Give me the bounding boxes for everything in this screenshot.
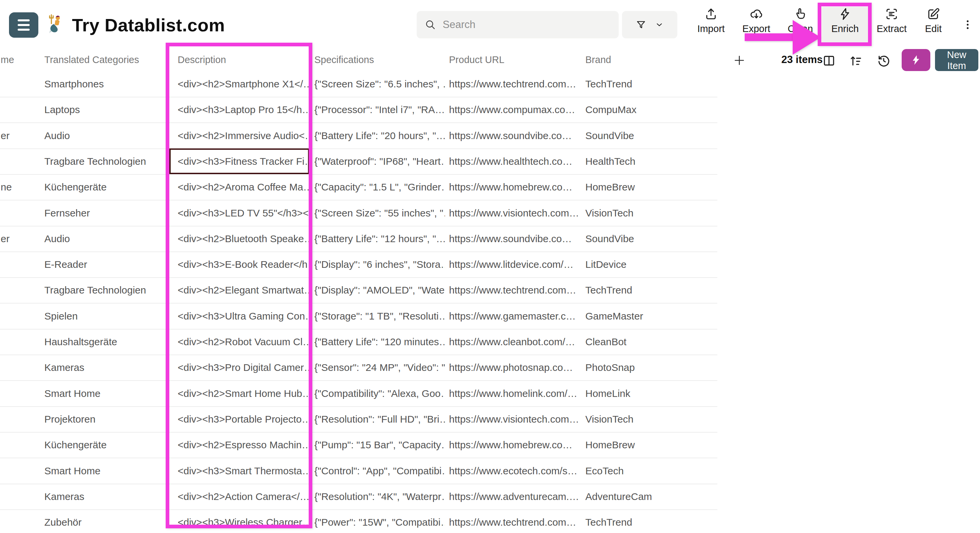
cell-description[interactable]: <div><h2>Smart Home Hub…	[178, 381, 310, 406]
cell-translated-categories[interactable]: Tragbare Technologien	[45, 148, 171, 174]
cell-specifications[interactable]: {"Resolution": "Full HD", "Bri…	[314, 406, 445, 432]
cell-description[interactable]: <div><h3>Ultra Gaming Con…	[178, 303, 310, 329]
cell-description[interactable]: <div><h3>Laptop Pro 15</h…	[178, 97, 310, 123]
cell-specifications[interactable]: {"Screen Size": "6.5 inches", …	[314, 71, 445, 97]
cell-description[interactable]: <div><h3>Pro Digital Camer…	[178, 354, 310, 380]
cell-product-url[interactable]: https://www.visiontech.com…	[449, 200, 581, 226]
cell-brand[interactable]: LitDevice	[585, 252, 705, 277]
table-row[interactable]: Fernseher <div><h3>LED TV 55"</h3><… {"S…	[0, 200, 718, 227]
cell-translated-categories[interactable]: Audio	[45, 226, 171, 252]
cell-translated-categories[interactable]: Küchengeräte	[45, 432, 171, 458]
cell-specifications[interactable]: {"Pump": "15 Bar", "Capacity…	[314, 432, 445, 458]
table-row[interactable]: Laptops <div><h3>Laptop Pro 15</h… {"Pro…	[0, 97, 718, 123]
cell-specifications[interactable]: {"Battery Life": "12 hours", "…	[314, 226, 445, 252]
cell-description[interactable]: <div><h2>Action Camera</…	[178, 484, 310, 509]
cell-description[interactable]: <div><h2>Robot Vacuum Cl…	[178, 329, 310, 354]
cell-specifications[interactable]: {"Battery Life": "20 hours", "…	[314, 123, 445, 148]
cell-translated-categories[interactable]: Haushaltsgeräte	[45, 329, 171, 354]
table-row[interactable]: Smartphones <div><h2>Smartphone X1</… {"…	[0, 71, 718, 97]
cell-specifications[interactable]: {"Storage": "1 TB", "Resoluti…	[314, 303, 445, 329]
cell-brand[interactable]: HomeBrew	[585, 432, 705, 458]
cell-specifications[interactable]: {"Sensor": "24 MP", "Video": "…	[314, 354, 445, 380]
cell-brand[interactable]: CleanBot	[585, 329, 705, 354]
table-row[interactable]: Kameras <div><h2>Action Camera</… {"Reso…	[0, 484, 718, 510]
cell-translated-categories[interactable]: Audio	[45, 123, 171, 148]
cell-specifications[interactable]: {"Battery Life": "120 minutes…	[314, 329, 445, 354]
table-row[interactable]: Spielen <div><h3>Ultra Gaming Con… {"Sto…	[0, 303, 718, 330]
cell-brand[interactable]: GameMaster	[585, 303, 705, 329]
cell-translated-categories[interactable]: Laptops	[45, 97, 171, 123]
cell-product-url[interactable]: https://www.adventurecam.…	[449, 484, 581, 509]
table-row[interactable]: Tragbare Technologien <div><h2>Elegant S…	[0, 277, 718, 303]
cell-product-url[interactable]: https://www.gamemaster.c…	[449, 303, 581, 329]
cell-product-url[interactable]: https://www.photosnap.co…	[449, 354, 581, 380]
cell-product-url[interactable]: https://www.compumax.co…	[449, 97, 581, 123]
cell-product-url[interactable]: https://www.soundvibe.co…	[449, 226, 581, 252]
cell-product-url[interactable]: https://www.homebrew.co…	[449, 174, 581, 200]
cell-brand[interactable]: EcoTech	[585, 458, 705, 484]
cell-specifications[interactable]: {"Power": "15W", "Compatibi…	[314, 509, 445, 533]
cell-specifications[interactable]: {"Resolution": "4K", "Waterpr…	[314, 484, 445, 509]
cell-brand[interactable]: SoundVibe	[585, 226, 705, 252]
cell-brand[interactable]: SoundVibe	[585, 123, 705, 148]
table-row[interactable]: Tragbare Technologien <div><h3>Fitness T…	[0, 148, 718, 175]
table-row[interactable]: E-Reader <div><h3>E-Book Reader</h… {"Di…	[0, 252, 718, 278]
table-row[interactable]: ne Küchengeräte <div><h2>Aroma Coffee Ma…	[0, 174, 718, 201]
cell-brand[interactable]: PhotoSnap	[585, 354, 705, 380]
cell-description[interactable]: <div><h3>Portable Projecto…	[178, 406, 310, 432]
cell-translated-categories[interactable]: Küchengeräte	[45, 174, 171, 200]
table-row[interactable]: Smart Home <div><h2>Smart Home Hub… {"Co…	[0, 381, 718, 407]
cell-translated-categories[interactable]: Smartphones	[45, 71, 171, 97]
cell-product-url[interactable]: https://www.techtrend.com…	[449, 509, 581, 533]
cell-specifications[interactable]: {"Capacity": "1.5 L", "Grinder…	[314, 174, 445, 200]
cell-brand[interactable]: AdventureCam	[585, 484, 705, 509]
cell-brand[interactable]: TechTrend	[585, 277, 705, 303]
cell-specifications[interactable]: {"Control": "App", "Compatibi…	[314, 458, 445, 484]
cell-description[interactable]: <div><h2>Bluetooth Speake…	[178, 226, 310, 252]
cell-specifications[interactable]: {"Display": "AMOLED", "Wate…	[314, 277, 445, 303]
table-row[interactable]: Smart Home <div><h3>Smart Thermosta… {"C…	[0, 458, 718, 484]
table-row[interactable]: Projektoren <div><h3>Portable Projecto… …	[0, 406, 718, 432]
table-row[interactable]: er Audio <div><h2>Bluetooth Speake… {"Ba…	[0, 226, 718, 252]
cell-specifications[interactable]: {"Waterproof": "IP68", "Heart…	[314, 148, 445, 174]
cell-brand[interactable]: TechTrend	[585, 509, 705, 533]
cell-brand[interactable]: HomeLink	[585, 381, 705, 406]
cell-description[interactable]: <div><h3>E-Book Reader</h…	[178, 252, 310, 277]
cell-product-url[interactable]: https://www.cleanbot.com/…	[449, 329, 581, 354]
cell-translated-categories[interactable]: Tragbare Technologien	[45, 277, 171, 303]
cell-product-url[interactable]: https://www.ecotech.com/s…	[449, 458, 581, 484]
cell-brand[interactable]: TechTrend	[585, 71, 705, 97]
cell-description[interactable]: <div><h3>LED TV 55"</h3><…	[178, 200, 310, 226]
cell-product-url[interactable]: https://www.visiontech.com…	[449, 406, 581, 432]
cell-description[interactable]: <div><h2>Smartphone X1</…	[178, 71, 310, 97]
cell-translated-categories[interactable]: E-Reader	[45, 252, 171, 277]
cell-product-url[interactable]: https://www.homebrew.co…	[449, 432, 581, 458]
cell-brand[interactable]: HealthTech	[585, 148, 705, 174]
table-row[interactable]: Haushaltsgeräte <div><h2>Robot Vacuum Cl…	[0, 329, 718, 355]
cell-product-url[interactable]: https://www.litdevice.com/…	[449, 252, 581, 277]
cell-product-url[interactable]: https://www.techtrend.com…	[449, 277, 581, 303]
cell-brand[interactable]: HomeBrew	[585, 174, 705, 200]
cell-description[interactable]: <div><h2>Aroma Coffee Ma…	[178, 174, 310, 200]
cell-specifications[interactable]: {"Processor": "Intel i7", "RA…	[314, 97, 445, 123]
cell-specifications[interactable]: {"Compatibility": "Alexa, Goo…	[314, 381, 445, 406]
cell-translated-categories[interactable]: Smart Home	[45, 458, 171, 484]
cell-brand[interactable]: VisionTech	[585, 406, 705, 432]
cell-translated-categories[interactable]: Zubehör	[45, 509, 171, 533]
cell-translated-categories[interactable]: Spielen	[45, 303, 171, 329]
table-row[interactable]: er Audio <div><h2>Immersive Audio<… {"Ba…	[0, 123, 718, 149]
cell-product-url[interactable]: https://www.homelink.com/…	[449, 381, 581, 406]
cell-translated-categories[interactable]: Projektoren	[45, 406, 171, 432]
cell-brand[interactable]: VisionTech	[585, 200, 705, 226]
cell-product-url[interactable]: https://www.soundvibe.co…	[449, 123, 581, 148]
cell-translated-categories[interactable]: Kameras	[45, 354, 171, 380]
cell-description[interactable]: <div><h3>Smart Thermosta…	[178, 458, 310, 484]
table-row[interactable]: Kameras <div><h3>Pro Digital Camer… {"Se…	[0, 354, 718, 381]
table-row[interactable]: Zubehör <div><h3>Wireless Charger… {"Pow…	[0, 509, 718, 533]
cell-description[interactable]: <div><h2>Immersive Audio<…	[178, 123, 310, 148]
cell-product-url[interactable]: https://www.healthtech.co…	[449, 148, 581, 174]
table-row[interactable]: Küchengeräte <div><h2>Espresso Machin… {…	[0, 432, 718, 458]
cell-description[interactable]: <div><h3>Fitness Tracker Fi…	[178, 148, 310, 174]
cell-specifications[interactable]: {"Screen Size": "55 inches", "…	[314, 200, 445, 226]
cell-brand[interactable]: CompuMax	[585, 97, 705, 123]
